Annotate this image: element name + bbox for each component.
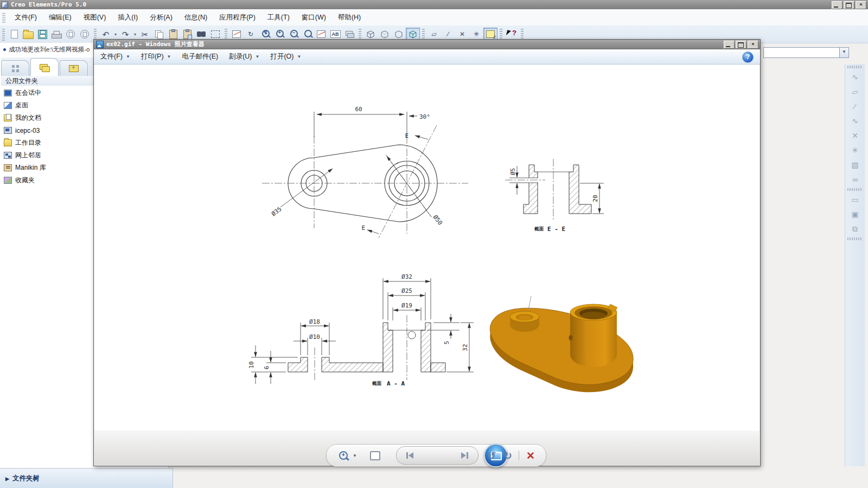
pv-menu-file[interactable]: 文件(F)▼ bbox=[94, 50, 135, 63]
combo-dropdown-icon[interactable]: ▼ bbox=[839, 48, 848, 57]
pv-close-button[interactable]: × bbox=[748, 41, 758, 49]
fit-to-window-button[interactable] bbox=[368, 450, 382, 461]
sidebar-item-my-documents[interactable]: 我的文档 bbox=[1, 112, 93, 124]
annotation-plane-icon[interactable]: ▭ bbox=[847, 192, 863, 207]
folder-tree-label: 文件夹树 bbox=[12, 474, 40, 483]
csys-display-icon[interactable]: ✳ bbox=[847, 143, 863, 157]
right-toolbar: ∿ ▱ ∕ ∿ ✕ ✳ ▨ ∞ ▭ ▣ ⧉ bbox=[845, 64, 865, 466]
tab-model-tree[interactable] bbox=[1, 60, 29, 76]
pv-menu-burn[interactable]: 刻录(U)▼ bbox=[222, 50, 264, 63]
dim-d5-label: Ø5 bbox=[509, 168, 516, 175]
photo-viewer-title-bar[interactable]: ex02.gif - Windows 照片查看器 × bbox=[94, 40, 760, 49]
previous-icon bbox=[409, 452, 413, 459]
rotate-ccw-icon: ↺ bbox=[487, 451, 496, 461]
sidebar-item-label: 桌面 bbox=[15, 101, 28, 110]
network-neighborhood-icon bbox=[4, 152, 12, 159]
menu-insert[interactable]: 插入(I) bbox=[112, 11, 144, 24]
rotate-cw-icon: ↻ bbox=[503, 451, 512, 461]
section-display-icon[interactable]: ▨ bbox=[847, 158, 863, 172]
sidebar-item-working-directory[interactable]: 工作目录 bbox=[1, 137, 93, 149]
folder-tree-expander[interactable]: ▶ 文件夹树 bbox=[0, 468, 173, 488]
creo-minimize-button[interactable] bbox=[832, 1, 843, 9]
pv-help-button[interactable]: ? bbox=[742, 52, 754, 63]
plane-display-icon[interactable]: ▱ bbox=[847, 85, 863, 99]
rotate-cw-button[interactable]: ↻ bbox=[501, 449, 514, 462]
status-bullet-icon bbox=[3, 48, 6, 51]
tab-folder-browser[interactable] bbox=[30, 58, 59, 76]
zoom-button[interactable]: + bbox=[336, 449, 350, 462]
creo-maximize-button[interactable] bbox=[844, 1, 854, 9]
photo-viewer-control-bar: + ▼ ↺ ↻ bbox=[94, 431, 760, 465]
pv-menu-open[interactable]: 打开(O)▼ bbox=[264, 50, 305, 63]
link-display-icon[interactable]: ∞ bbox=[847, 172, 863, 187]
combo-field[interactable] bbox=[764, 48, 839, 57]
expander-arrow-icon: ▶ bbox=[5, 476, 9, 481]
menubar-drag-handle[interactable] bbox=[2, 12, 5, 23]
status-message: 成功地更改到e:\无维网视频-o bbox=[9, 46, 90, 53]
sidebar-item-computer[interactable]: icepc-03 bbox=[1, 124, 93, 137]
point-display-icon[interactable]: ✕ bbox=[847, 129, 863, 143]
dim-10-label: 10 bbox=[248, 361, 255, 368]
previous-button[interactable] bbox=[402, 449, 417, 462]
working-directory-icon bbox=[4, 139, 12, 146]
command-search-combobox[interactable]: ▼ bbox=[763, 47, 849, 58]
next-button[interactable] bbox=[457, 449, 473, 462]
menu-help[interactable]: 帮助(H) bbox=[332, 11, 367, 24]
menu-file[interactable]: 文件(F) bbox=[9, 11, 43, 24]
delete-button[interactable]: ✕ bbox=[523, 449, 538, 462]
toolbar-separator bbox=[847, 237, 863, 240]
controls-pill: + ▼ ↺ ↻ bbox=[326, 444, 546, 467]
photo-viewer-menu-bar: 文件(F)▼ 打印(P)▼ 电子邮件(E) 刻录(U)▼ 打开(O)▼ bbox=[94, 49, 760, 65]
sidebar-item-manikin-library[interactable]: Manikin 库 bbox=[1, 162, 93, 174]
photo-image-area: 60 30° E E Ø35 Ø50 bbox=[94, 65, 760, 431]
dim-60-label: 60 bbox=[355, 106, 362, 113]
curve-display-icon[interactable]: ∿ bbox=[847, 114, 863, 128]
axis-display-icon[interactable]: ∕ bbox=[847, 99, 863, 113]
open-file-icon[interactable] bbox=[21, 28, 35, 41]
creo-app-icon bbox=[2, 2, 8, 8]
menu-applications[interactable]: 应用程序(P) bbox=[213, 11, 261, 24]
annotation-group-icon[interactable]: ⧉ bbox=[847, 222, 863, 236]
zoom-dropdown-icon[interactable]: ▼ bbox=[352, 451, 358, 460]
tab-favorites[interactable] bbox=[60, 60, 88, 76]
sidebar-item-favorites[interactable]: 收藏夹 bbox=[1, 174, 93, 187]
menu-tools[interactable]: 工具(T) bbox=[261, 11, 296, 24]
dropdown-arrow-icon: ▼ bbox=[167, 54, 171, 59]
menu-info[interactable]: 信息(N) bbox=[178, 11, 213, 24]
sketch-display-icon[interactable]: ∿ bbox=[847, 70, 863, 84]
menu-view[interactable]: 视图(V) bbox=[78, 11, 112, 24]
sidebar-item-in-session[interactable]: 在会话中 bbox=[1, 87, 93, 99]
dim-d50-label: Ø50 bbox=[432, 214, 444, 227]
email-icon[interactable] bbox=[78, 28, 92, 41]
save-icon[interactable] bbox=[35, 28, 49, 41]
toolbar-separator bbox=[847, 66, 863, 68]
part-3d-render bbox=[490, 296, 633, 392]
new-file-icon[interactable] bbox=[7, 28, 21, 41]
creo-title-bar: Creo Elements/Pro 5.0 × bbox=[0, 0, 868, 10]
section-ee-caption: E - E bbox=[547, 226, 565, 233]
menu-edit[interactable]: 编辑(E) bbox=[43, 11, 78, 24]
delete-icon: ✕ bbox=[526, 451, 535, 461]
pv-menu-email[interactable]: 电子邮件(E) bbox=[175, 50, 222, 63]
sidebar-item-network-neighborhood[interactable]: 网上邻居 bbox=[1, 149, 93, 162]
dropdown-arrow-icon: ▼ bbox=[126, 54, 130, 59]
model-tree-icon bbox=[12, 65, 19, 72]
desktop-icon bbox=[4, 102, 12, 109]
menu-analysis[interactable]: 分析(A) bbox=[144, 11, 178, 24]
sidebar-item-label: 工作目录 bbox=[15, 138, 41, 147]
sidebar-item-label: 我的文档 bbox=[15, 113, 41, 123]
print-preview-icon[interactable] bbox=[63, 28, 78, 41]
rotate-ccw-button[interactable]: ↺ bbox=[485, 449, 498, 462]
print-icon[interactable] bbox=[49, 28, 63, 41]
menu-window[interactable]: 窗口(W) bbox=[296, 11, 332, 24]
computer-icon bbox=[4, 127, 12, 134]
section-letter-top: E bbox=[405, 132, 409, 139]
creo-close-button[interactable]: × bbox=[856, 1, 866, 9]
pv-maximize-button[interactable] bbox=[736, 41, 746, 49]
section-aa-caption-prefix: 截面 bbox=[372, 381, 382, 386]
pv-menu-print[interactable]: 打印(P)▼ bbox=[135, 50, 176, 63]
sidebar-item-desktop[interactable]: 桌面 bbox=[1, 99, 93, 112]
photo-viewer-app-icon bbox=[96, 41, 104, 48]
pv-minimize-button[interactable] bbox=[724, 41, 735, 49]
annotation-image-icon[interactable]: ▣ bbox=[847, 207, 863, 221]
